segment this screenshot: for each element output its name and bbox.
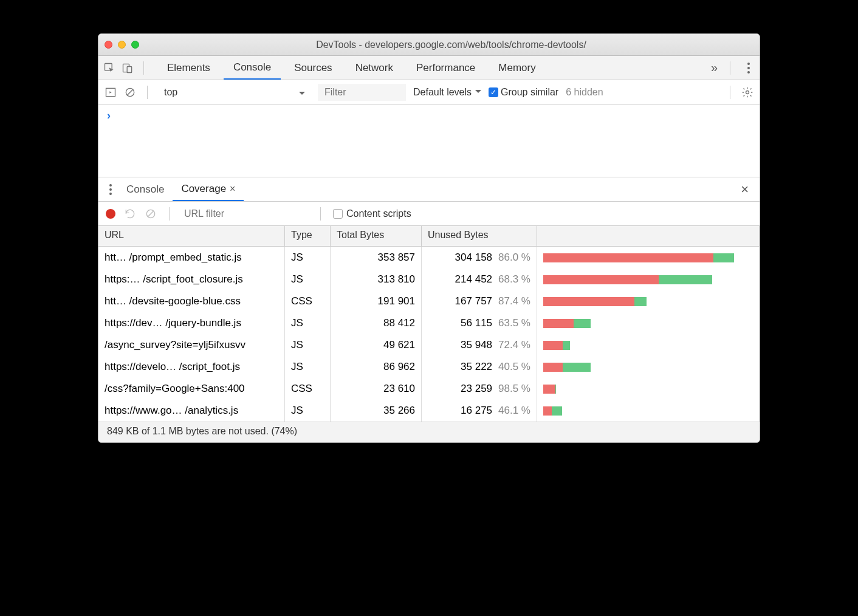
- coverage-row[interactable]: https://www.go… /analytics.jsJS35 26616 …: [98, 400, 760, 422]
- cell-url: htt… /devsite-google-blue.css: [98, 290, 285, 312]
- cell-type: JS: [285, 247, 331, 269]
- settings-menu-icon[interactable]: [747, 67, 750, 69]
- coverage-row[interactable]: htt… /prompt_embed_static.jsJS353 857304…: [98, 247, 760, 269]
- separator: [147, 86, 148, 99]
- window-titlebar: DevTools - developers.google.com/web/too…: [98, 34, 760, 56]
- coverage-row[interactable]: htt… /devsite-google-blue.cssCSS191 9011…: [98, 290, 760, 312]
- console-filter-input[interactable]: [318, 84, 406, 101]
- svg-rect-2: [127, 66, 132, 72]
- gear-icon[interactable]: [741, 86, 753, 98]
- cell-url: https://develo… /script_foot.js: [98, 356, 285, 378]
- coverage-row[interactable]: https:… /script_foot_closure.jsJS313 810…: [98, 269, 760, 290]
- separator: [730, 61, 730, 75]
- clear-console-icon[interactable]: [124, 86, 136, 98]
- close-drawer-icon[interactable]: ×: [736, 182, 753, 197]
- record-button[interactable]: [106, 209, 115, 219]
- cell-type: JS: [285, 312, 331, 334]
- separator: [143, 61, 144, 75]
- coverage-row[interactable]: /async_survey?site=ylj5ifxusvvJS49 62135…: [98, 334, 760, 356]
- cell-type: JS: [285, 356, 331, 378]
- cell-total: 313 810: [331, 269, 422, 290]
- tab-elements[interactable]: Elements: [157, 57, 220, 79]
- console-output[interactable]: ›: [98, 104, 760, 177]
- cell-total: 86 962: [331, 356, 422, 378]
- reload-icon[interactable]: [124, 208, 136, 220]
- coverage-row[interactable]: https://develo… /script_foot.jsJS86 9623…: [98, 356, 760, 378]
- log-levels-dropdown[interactable]: Default levels: [413, 87, 481, 98]
- cell-total: 353 857: [331, 247, 422, 269]
- cell-total: 35 266: [331, 400, 422, 422]
- cell-unused: 167 75787.4 %: [422, 290, 537, 312]
- window-close-button[interactable]: [105, 41, 112, 49]
- cell-type: JS: [285, 334, 331, 356]
- close-tab-icon[interactable]: ×: [230, 183, 235, 194]
- cell-unused: 35 22240.5 %: [422, 356, 537, 378]
- col-header-unused[interactable]: Unused Bytes: [422, 226, 537, 246]
- content-scripts-checkbox[interactable]: Content scripts: [333, 208, 411, 219]
- url-filter-input[interactable]: [182, 206, 308, 222]
- content-scripts-label: Content scripts: [346, 208, 411, 219]
- devtools-window: DevTools - developers.google.com/web/too…: [98, 33, 760, 443]
- tabs-overflow-icon[interactable]: »: [711, 61, 718, 75]
- col-header-total[interactable]: Total Bytes: [331, 226, 422, 246]
- chevron-down-icon: [475, 90, 481, 96]
- window-zoom-button[interactable]: [131, 41, 139, 49]
- tab-console[interactable]: Console: [224, 56, 281, 80]
- drawer-tab-coverage-label: Coverage: [181, 183, 226, 195]
- cell-unused: 214 45268.3 %: [422, 269, 537, 290]
- col-header-url[interactable]: URL: [98, 226, 285, 246]
- clear-icon[interactable]: [145, 208, 157, 220]
- hidden-messages-count[interactable]: 6 hidden: [566, 87, 603, 98]
- cell-url: htt… /prompt_embed_static.js: [98, 247, 285, 269]
- context-selector[interactable]: top: [159, 84, 311, 100]
- device-toggle-icon[interactable]: [122, 62, 134, 74]
- drawer-tab-coverage[interactable]: Coverage ×: [173, 178, 244, 201]
- inspect-icon[interactable]: [103, 62, 115, 74]
- cell-unused: 304 15886.0 %: [422, 247, 537, 269]
- tab-network[interactable]: Network: [346, 57, 403, 79]
- cell-bar: [537, 269, 760, 290]
- cell-type: JS: [285, 400, 331, 422]
- svg-line-5: [127, 89, 133, 95]
- console-prompt-icon: ›: [107, 109, 111, 121]
- checkbox-unchecked-icon: [333, 209, 343, 219]
- cell-url: https://dev… /jquery-bundle.js: [98, 312, 285, 334]
- col-header-bar: [537, 226, 760, 246]
- cell-unused: 56 11563.5 %: [422, 312, 537, 334]
- window-minimize-button[interactable]: [118, 41, 126, 49]
- log-levels-label: Default levels: [413, 87, 472, 98]
- cell-unused: 35 94872.4 %: [422, 334, 537, 356]
- separator: [169, 207, 170, 221]
- toggle-console-sidebar-icon[interactable]: [105, 86, 117, 98]
- separator: [730, 86, 730, 99]
- cell-url: /css?family=Google+Sans:400: [98, 378, 285, 400]
- cell-total: 23 610: [331, 378, 422, 400]
- cell-type: JS: [285, 269, 331, 290]
- checkbox-checked-icon: ✓: [489, 87, 498, 97]
- drawer-menu-icon[interactable]: [109, 188, 112, 191]
- cell-url: /async_survey?site=ylj5ifxusvv: [98, 334, 285, 356]
- group-similar-checkbox[interactable]: ✓ Group similar: [489, 87, 558, 98]
- cell-type: CSS: [285, 378, 331, 400]
- cell-bar: [537, 378, 760, 400]
- col-header-type[interactable]: Type: [285, 226, 331, 246]
- cell-bar: [537, 290, 760, 312]
- cell-url: https://www.go… /analytics.js: [98, 400, 285, 422]
- coverage-row[interactable]: https://dev… /jquery-bundle.jsJS88 41256…: [98, 312, 760, 334]
- coverage-row[interactable]: /css?family=Google+Sans:400CSS23 61023 2…: [98, 378, 760, 400]
- cell-type: CSS: [285, 290, 331, 312]
- cell-total: 49 621: [331, 334, 422, 356]
- console-filter-bar: top Default levels ✓ Group similar 6 hid…: [98, 80, 760, 104]
- drawer-tabbar: Console Coverage × ×: [98, 177, 760, 202]
- coverage-header-row: URL Type Total Bytes Unused Bytes: [98, 226, 760, 247]
- tab-sources[interactable]: Sources: [284, 57, 341, 79]
- cell-unused: 23 25998.5 %: [422, 378, 537, 400]
- tab-performance[interactable]: Performance: [407, 57, 485, 79]
- coverage-rows: htt… /prompt_embed_static.jsJS353 857304…: [98, 247, 760, 422]
- cell-bar: [537, 400, 760, 422]
- separator: [320, 207, 321, 221]
- drawer-tab-console[interactable]: Console: [118, 179, 173, 200]
- window-traffic-lights: [105, 41, 139, 49]
- svg-point-6: [746, 91, 749, 94]
- tab-memory[interactable]: Memory: [489, 57, 545, 79]
